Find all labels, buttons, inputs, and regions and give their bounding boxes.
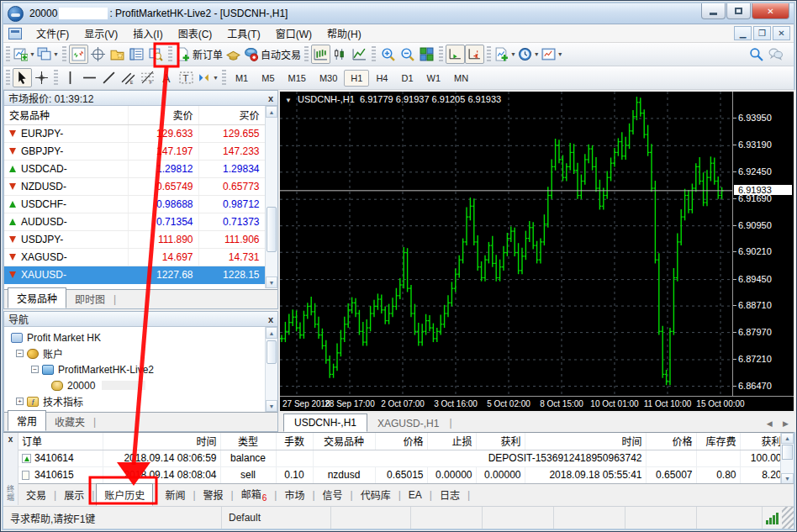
chart-tab-usdcnh[interactable]: USDCNH-,H1 <box>283 413 367 432</box>
market-row[interactable]: USDJPY-111.890111.906 <box>4 230 265 248</box>
terminal-grip-strip[interactable]: x 终端 <box>3 433 18 505</box>
mdi-minimize-button[interactable]: ▁ <box>734 26 752 40</box>
scrollbar-thumb[interactable] <box>267 340 277 364</box>
col-symbol[interactable]: 交易品种 <box>4 106 128 124</box>
expert-advisors-button[interactable] <box>224 45 243 64</box>
terminal-close-icon[interactable]: x <box>5 435 17 445</box>
horizontal-line-button[interactable] <box>80 68 99 87</box>
market-row[interactable]: XAGUSD-14.69714.731 <box>4 248 265 266</box>
chart-tab-xagusd[interactable]: XAGUSD-,H1 <box>367 415 449 432</box>
minimize-button[interactable] <box>701 3 726 19</box>
chart-collapse-icon[interactable]: ▼ <box>285 97 292 104</box>
tab-market[interactable]: 市场 <box>277 484 312 505</box>
tab-experts[interactable]: EA <box>401 486 430 504</box>
chart-time-axis[interactable]: 27 Sep 201828 Sep 17:002 Oct 07:003 Oct … <box>280 396 794 411</box>
timeframe-d1[interactable]: D1 <box>394 70 420 87</box>
market-watch-close-icon[interactable]: x <box>268 93 273 103</box>
timeframe-mn[interactable]: MN <box>447 70 475 87</box>
status-profile[interactable]: Default <box>222 507 331 529</box>
new-chart-dropdown[interactable]: ▼ <box>29 51 35 57</box>
menu-help[interactable]: 帮助(H) <box>319 24 369 43</box>
timeframe-m30[interactable]: M30 <box>313 70 344 87</box>
strategy-tester-button[interactable] <box>146 45 166 64</box>
timeframe-h4[interactable]: H4 <box>369 70 394 87</box>
col-sell[interactable]: 卖价 <box>128 106 198 124</box>
candlestick-button[interactable] <box>330 45 350 64</box>
tile-windows-button[interactable] <box>417 45 436 64</box>
col-time2[interactable]: 时间 <box>525 433 646 450</box>
market-watch-titlebar[interactable]: 市场报价: 01:39:12 x <box>4 91 277 106</box>
scroll-down-icon[interactable]: ▼ <box>266 277 277 288</box>
new-chart-button[interactable]: ▼ <box>13 45 36 64</box>
toolbar-grip[interactable] <box>487 46 491 63</box>
timeframe-w1[interactable]: W1 <box>420 70 448 87</box>
terminal-scrollbar[interactable]: ▲ ▼ <box>780 433 794 484</box>
zoom-out-button[interactable] <box>398 45 417 64</box>
tab-favorites[interactable]: 收藏夹 <box>46 412 93 431</box>
chart-window-icon[interactable] <box>8 28 22 40</box>
timeframe-m1[interactable]: M1 <box>229 70 255 87</box>
line-chart-button[interactable] <box>350 45 369 64</box>
mdi-restore-button[interactable]: ❐ <box>753 26 771 40</box>
menu-tools[interactable]: 工具(T) <box>219 24 267 43</box>
tab-code-base[interactable]: 代码库 <box>353 484 398 505</box>
fibonacci-button[interactable]: F <box>138 68 157 87</box>
navigator-scrollbar[interactable]: ▲ ▼ <box>265 327 277 412</box>
close-button[interactable]: ✕ <box>752 3 789 19</box>
tab-signals[interactable]: 信号 <box>315 484 351 505</box>
col-symbol[interactable]: 交易品种 <box>313 433 375 450</box>
autoscroll-button[interactable] <box>446 45 465 64</box>
menu-file[interactable]: 文件(F) <box>29 24 77 43</box>
col-tp[interactable]: 获利 <box>476 433 525 450</box>
tree-indicators[interactable]: + f 技术指标 <box>4 393 277 409</box>
crosshair-tool-button[interactable] <box>32 68 51 87</box>
market-row[interactable]: USDCAD-1.298121.29834 <box>4 160 265 177</box>
tab-symbols[interactable]: 交易品种 <box>8 287 66 308</box>
titlebar[interactable]: 20000 : ProfitMarketHK-Live2 - [USDCNH-,… <box>3 3 794 24</box>
chat-button[interactable] <box>766 45 785 64</box>
market-row-selected[interactable]: XAUUSD-1227.681228.15 <box>4 266 265 283</box>
new-order-button[interactable]: 新订单 <box>175 45 224 64</box>
toolbar-grip[interactable] <box>62 46 66 63</box>
zoom-in-button[interactable] <box>378 45 398 64</box>
col-lots[interactable]: 手数 <box>276 433 313 450</box>
col-sl[interactable]: 止损 <box>427 433 476 450</box>
tab-journal[interactable]: 日志 <box>432 484 467 505</box>
tab-alerts[interactable]: 警报 <box>196 484 231 505</box>
market-watch-header-row[interactable]: 交易品种 卖价 买价 <box>4 106 265 124</box>
menu-charts[interactable]: 图表(C) <box>171 24 220 43</box>
profiles-button[interactable]: ▼ <box>36 45 60 64</box>
col-time[interactable]: 时间 <box>103 433 220 450</box>
scroll-down-icon[interactable]: ▼ <box>266 400 277 412</box>
chart-plot-svg[interactable] <box>280 92 732 396</box>
chart-price-axis[interactable]: 6.939506.931906.924506.916906.909506.902… <box>732 92 794 396</box>
tree-root[interactable]: Profit Market HK <box>4 329 277 345</box>
chart-window[interactable]: ▼ USDCNH-,H1 6.91779 6.91937 6.91205 6.9… <box>278 90 795 413</box>
tab-common[interactable]: 常用 <box>8 410 46 431</box>
navigator-close-icon[interactable]: x <box>268 314 273 324</box>
templates-dropdown[interactable]: ▼ <box>557 51 563 57</box>
market-watch-toggle-button[interactable] <box>69 45 88 64</box>
arrows-dropdown[interactable]: ▼ <box>213 75 219 81</box>
navigator-toggle-button[interactable] <box>108 45 127 64</box>
mdi-close-button[interactable]: ✕ <box>773 26 790 40</box>
maximize-button[interactable] <box>726 3 751 19</box>
market-row[interactable]: GBPJPY-147.197147.233 <box>4 142 265 160</box>
tab-exposure[interactable]: 展示 <box>56 484 92 505</box>
cursor-button[interactable] <box>13 68 32 87</box>
indicators-button[interactable]: ▼ <box>494 45 517 64</box>
scroll-up-icon[interactable]: ▲ <box>266 106 277 118</box>
templates-button[interactable]: ▼ <box>541 45 564 64</box>
menu-view[interactable]: 显示(V) <box>77 24 125 43</box>
tree-account[interactable]: 20000 <box>4 377 277 393</box>
chart-shift-button[interactable] <box>465 45 484 64</box>
col-price[interactable]: 价格 <box>375 433 427 450</box>
toolbar-grip[interactable] <box>168 46 172 63</box>
tab-scroll-left-icon[interactable]: ◀ <box>767 419 773 428</box>
menu-window[interactable]: 窗口(W) <box>268 24 319 43</box>
col-swap[interactable]: 库存费 <box>696 433 740 450</box>
arrows-button[interactable]: ▼ <box>196 68 219 87</box>
text-label-button[interactable]: T <box>177 68 196 87</box>
col-price2[interactable]: 价格 <box>646 433 696 450</box>
timeframe-m5[interactable]: M5 <box>255 70 281 87</box>
